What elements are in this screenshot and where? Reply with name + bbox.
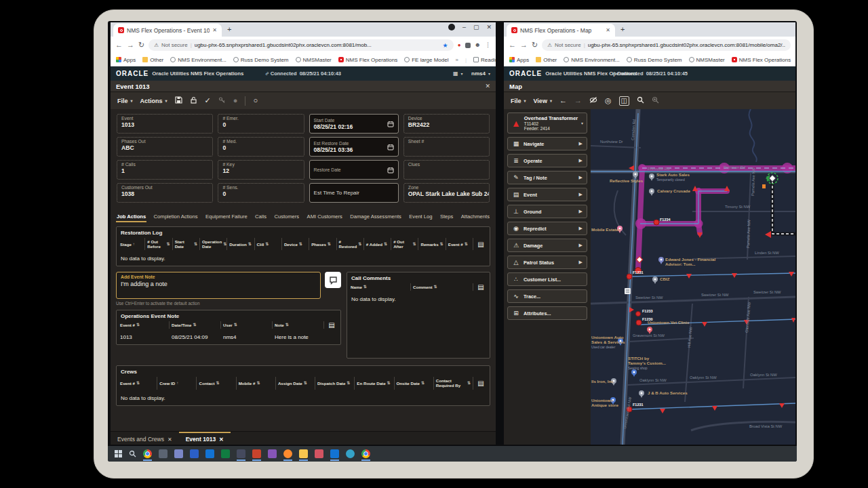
focus-icon[interactable]: ◎ xyxy=(605,97,612,104)
field-calls[interactable]: # Calls1 xyxy=(117,160,213,180)
record-icon[interactable]: ● xyxy=(233,97,238,104)
column-user[interactable]: User⇅ xyxy=(221,321,273,329)
tab-completion-actions[interactable]: Completion Actions xyxy=(153,214,199,222)
actions-menu[interactable]: Actions▾ xyxy=(140,98,167,104)
field-phases-out[interactable]: Phases OutABC xyxy=(117,137,213,157)
search-icon[interactable] xyxy=(637,96,644,105)
tab-job-actions[interactable]: Job Actions xyxy=(116,214,146,222)
bookmark-russ-demo-system[interactable]: Russ Demo System xyxy=(627,57,682,63)
bookmark-other[interactable]: Other xyxy=(142,57,163,63)
extensions-icon[interactable] xyxy=(465,43,471,48)
sort-icon[interactable]: ⇅ xyxy=(358,242,361,247)
profile-icon[interactable]: ☻ xyxy=(475,42,481,48)
bookmark-nms-environment[interactable]: NMS Environment... xyxy=(564,57,620,63)
sidebar-button-damage[interactable]: ⚠Damage▶ xyxy=(507,239,587,252)
bottom-tab-events-and-crews[interactable]: Events and Crews✕ xyxy=(111,432,179,445)
bookmark-nms-flex-operations[interactable]: NMS Flex Operations xyxy=(338,57,397,63)
start-button[interactable] xyxy=(115,450,122,458)
bookmark-nmsmaster[interactable]: NMSMaster xyxy=(689,57,725,63)
minimize-button[interactable]: – xyxy=(462,24,466,30)
field-zone[interactable]: ZoneOPAL Stark Lake Lake Sub 2422S xyxy=(403,183,490,203)
chevron-down-icon[interactable]: ▾ xyxy=(581,121,583,125)
field-event[interactable]: Event1013 xyxy=(117,114,213,134)
table-search-icon[interactable]: ▤ xyxy=(324,321,339,329)
sidebar-button-event[interactable]: ▤Event▶ xyxy=(507,188,587,201)
field-device[interactable]: DeviceBR2422 xyxy=(403,114,490,134)
column-remarks[interactable]: Remarks⇅ xyxy=(418,238,446,250)
column-crew-id[interactable]: Crew ID↑ xyxy=(157,377,197,389)
field-sens[interactable]: # Sens.0 xyxy=(218,183,304,203)
map-canvas[interactable]: Northview DrCamden RdPrimrose RdPrimrose… xyxy=(591,109,795,445)
overflow-chevron-icon[interactable]: » xyxy=(455,57,458,63)
sidebar-button-navigate[interactable]: ▦Navigate▶ xyxy=(507,137,587,150)
column-note[interactable]: Note⇅ xyxy=(273,321,324,329)
sort-icon[interactable]: ⇅ xyxy=(223,242,226,247)
taskbar-search-icon[interactable] xyxy=(129,448,136,460)
column-stage[interactable]: Stage↑ xyxy=(118,238,145,250)
column-out-after[interactable]: # Out After⇅ xyxy=(391,238,418,250)
sort-icon[interactable]: ⇅ xyxy=(347,381,350,386)
bookmark-apps[interactable]: Apps xyxy=(509,57,529,63)
sort-icon[interactable]: ⇅ xyxy=(256,381,260,386)
address-bar[interactable]: ⚠ Not secure | ugbu-phx-65.snphxprshared… xyxy=(542,39,791,51)
field-est-time-to-repair[interactable]: Est Time To Repair xyxy=(309,183,399,203)
address-bar[interactable]: ⚠ Not secure | ugbu-phx-65.snphxprshared… xyxy=(149,39,453,51)
column-comment[interactable]: Comment⇅ xyxy=(411,283,473,291)
taskbar-outlook2-icon[interactable] xyxy=(330,449,339,458)
taskbar-firefox-icon[interactable] xyxy=(283,449,292,458)
field-key[interactable]: # Key12 xyxy=(218,160,304,180)
ring-icon[interactable]: ○ xyxy=(253,97,258,104)
key-icon[interactable] xyxy=(218,96,226,105)
maximize-button[interactable]: ▢ xyxy=(473,24,479,30)
table-search-icon[interactable]: ▤ xyxy=(473,238,488,250)
sort-icon[interactable]: ⇅ xyxy=(136,381,140,386)
taskbar-chrome-icon[interactable] xyxy=(143,449,152,458)
submit-note-button[interactable] xyxy=(325,272,341,288)
close-button[interactable]: ✕ xyxy=(486,24,492,30)
browser-tab-event[interactable]: NMS Flex Operations - Event 101 ✕ xyxy=(113,24,222,37)
complete-icon[interactable]: ✓ xyxy=(205,97,211,104)
sort-icon[interactable]: ↑ xyxy=(176,381,178,386)
taskbar-explorer-icon[interactable] xyxy=(299,449,308,458)
column-date-time[interactable]: Date/Time⇅ xyxy=(170,321,221,329)
sidebar-button-patrol-status[interactable]: △Patrol Status▶ xyxy=(507,256,587,269)
column-phases[interactable]: Phases⇅ xyxy=(309,238,336,250)
new-tab-button[interactable]: + xyxy=(620,26,625,33)
column-mobile[interactable]: Mobile #⇅ xyxy=(237,377,276,389)
sidebar-button-attributes[interactable]: ⊞Attributes... xyxy=(507,306,587,320)
column-chi[interactable]: CHI⇅ xyxy=(255,238,282,250)
tab-close-icon[interactable]: ✕ xyxy=(606,27,610,33)
extension-badge-icon[interactable]: ● xyxy=(458,42,461,48)
sidebar-button-ground[interactable]: ⊥Ground▶ xyxy=(507,205,587,218)
bookmark-nmsmaster[interactable]: NMSMaster xyxy=(296,57,332,63)
sort-icon[interactable]: ⇅ xyxy=(363,285,367,289)
column-contact-required-by[interactable]: Contact Required By⇅ xyxy=(434,377,473,389)
sort-icon[interactable]: ↑ xyxy=(133,242,135,247)
tab-ami-customers[interactable]: AMI Customers xyxy=(307,214,343,222)
bookmark-russ-demo-system[interactable]: Russ Demo System xyxy=(233,57,289,63)
column-device[interactable]: Device⇅ xyxy=(282,238,309,250)
taskbar-edge-icon[interactable] xyxy=(346,449,355,458)
sort-icon[interactable]: ⇅ xyxy=(467,381,471,386)
calendar-icon[interactable] xyxy=(387,164,394,176)
field-customers-out[interactable]: Customers Out1038 xyxy=(117,183,213,203)
field-emer[interactable]: # Emer.0 xyxy=(218,114,304,134)
tab-event-log[interactable]: Event Log xyxy=(408,214,433,222)
taskbar-paint-icon[interactable] xyxy=(237,449,245,458)
column-onsite-date[interactable]: Onsite Date⇅ xyxy=(395,377,434,389)
sort-icon[interactable]: ⇅ xyxy=(421,381,425,386)
tab-customers[interactable]: Customers xyxy=(273,214,300,222)
tab-close-icon[interactable]: ✕ xyxy=(212,27,217,33)
bookmark-nms-environment[interactable]: NMS Environment... xyxy=(170,57,226,63)
column-event[interactable]: Event #⇅ xyxy=(446,238,473,250)
back-arrow-icon[interactable]: ← xyxy=(559,97,567,104)
view-menu[interactable]: View▾ xyxy=(534,98,552,104)
sort-icon[interactable]: ⇅ xyxy=(304,381,307,386)
forward-arrow-icon[interactable]: → xyxy=(574,97,582,104)
taskbar-word-icon[interactable] xyxy=(190,449,199,458)
sort-icon[interactable]: ⇅ xyxy=(248,242,252,247)
sort-icon[interactable]: ⇅ xyxy=(265,242,269,247)
column-added[interactable]: # Added⇅ xyxy=(364,238,391,250)
column-out-before[interactable]: # Out Before⇅ xyxy=(145,238,172,250)
browser-tab-map[interactable]: NMS Flex Operations - Map ✕ xyxy=(507,24,615,37)
